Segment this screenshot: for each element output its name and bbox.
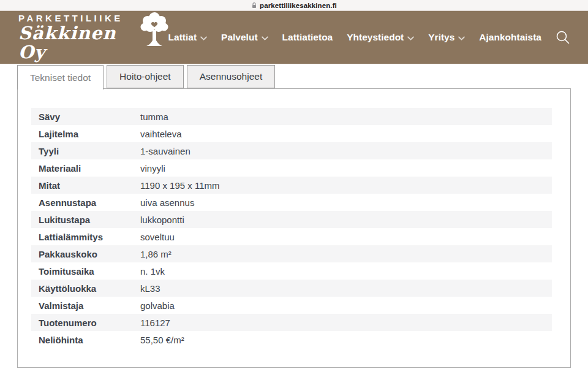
search-button[interactable] xyxy=(555,29,571,46)
chevron-down-icon xyxy=(407,36,414,40)
nav-item-lattiatietoa[interactable]: Lattiatietoa xyxy=(282,32,333,43)
nav-item-lattiat[interactable]: Lattiat xyxy=(168,32,208,43)
logo-company-type: PARKETTILIIKE xyxy=(18,13,138,24)
table-row: Mitat1190 x 195 x 11mm xyxy=(31,177,552,194)
spec-label: Tyyli xyxy=(31,146,140,156)
nav-item-palvelut[interactable]: Palvelut xyxy=(221,32,268,43)
spec-value: 1190 x 195 x 11mm xyxy=(140,180,220,191)
spec-label: Lattialämmitys xyxy=(31,232,140,242)
spec-label: Mitat xyxy=(31,180,140,191)
spec-value: lukkopontti xyxy=(140,215,184,225)
table-row: Toimitusaikan. 1vk xyxy=(31,262,552,280)
tabs: Tekniset tiedotHoito-ohjeetAsennusohjeet xyxy=(17,65,588,88)
table-row: Tyyli1-sauvainen xyxy=(31,142,552,159)
chevron-down-icon xyxy=(200,36,207,40)
table-row: Asennustapauiva asennus xyxy=(31,194,552,211)
tab-tekniset-tiedot[interactable]: Tekniset tiedot xyxy=(17,65,104,90)
nav-item-yhteystiedot[interactable]: Yhteystiedot xyxy=(347,32,414,43)
spec-value: soveltuu xyxy=(140,232,175,242)
content-panel: SävytummaLajitelmavaihtelevaTyyli1-sauva… xyxy=(17,88,571,368)
spec-value: uiva asennus xyxy=(140,197,194,208)
spec-label: Asennustapa xyxy=(31,197,140,208)
spec-value: golvabia xyxy=(140,300,175,311)
site-header: PARKETTILIIKE Säkkinen Oy Lattiat xyxy=(0,11,588,64)
table-row: Pakkauskoko1,86 m² xyxy=(31,245,552,262)
spec-label: Lukitustapa xyxy=(31,215,140,225)
nav-item-ajankohtaista[interactable]: Ajankohtaista xyxy=(479,32,541,43)
table-row: Lukitustapalukkopontti xyxy=(31,211,552,228)
nav-item-label: Lattiatietoa xyxy=(282,32,333,43)
spec-value: 55,50 €/m² xyxy=(140,335,184,345)
spec-label: Lajitelma xyxy=(31,129,140,139)
site-logo[interactable]: PARKETTILIIKE Säkkinen Oy xyxy=(18,13,168,61)
table-row: Tuotenumero116127 xyxy=(31,314,552,331)
table-row: Neliöhinta55,50 €/m² xyxy=(31,331,552,348)
browser-title-bar: parkettiliikesakkinen.fi xyxy=(0,0,588,11)
spec-label: Materiaali xyxy=(31,163,140,174)
spec-value: vinyyli xyxy=(140,163,165,174)
search-icon xyxy=(555,29,571,46)
spec-label: Tuotenumero xyxy=(31,318,140,328)
chevron-down-icon xyxy=(262,36,268,40)
spec-label: Valmistaja xyxy=(31,300,140,311)
logo-company-name: Säkkinen Oy xyxy=(18,24,138,61)
tab-label: Tekniset tiedot xyxy=(30,72,91,83)
table-row: Sävytumma xyxy=(31,108,552,125)
lock-icon xyxy=(251,2,257,9)
chevron-down-icon xyxy=(262,36,268,40)
spec-value: 1,86 m² xyxy=(140,249,172,259)
tab-label: Hoito-ohjeet xyxy=(119,71,171,82)
address-url[interactable]: parkettiliikesakkinen.fi xyxy=(260,2,337,9)
spec-label: Käyttöluokka xyxy=(31,283,140,294)
spec-label: Sävy xyxy=(31,112,140,122)
spec-value: kL33 xyxy=(140,283,160,294)
spec-label: Pakkauskoko xyxy=(31,249,140,259)
spec-value: 116127 xyxy=(140,318,170,328)
table-row: Lattialämmityssoveltuu xyxy=(31,228,552,245)
spec-value: tumma xyxy=(140,112,168,122)
table-row: Lajitelmavaihteleva xyxy=(31,125,552,142)
chevron-down-icon xyxy=(458,36,465,40)
tab-label: Asennusohjeet xyxy=(200,71,263,82)
table-row: Valmistajagolvabia xyxy=(31,297,552,314)
spec-label: Toimitusaika xyxy=(31,266,140,277)
nav-item-label: Lattiat xyxy=(168,32,197,43)
spec-value: vaihteleva xyxy=(140,129,182,139)
main-nav: LattiatPalvelutLattiatietoaYhteystiedotY… xyxy=(168,32,541,43)
chevron-down-icon xyxy=(200,36,207,40)
nav-item-label: Ajankohtaista xyxy=(479,32,541,43)
spec-value: n. 1vk xyxy=(140,266,165,277)
table-row: KäyttöluokkakL33 xyxy=(31,280,552,297)
spec-value: 1-sauvainen xyxy=(140,146,190,156)
chevron-down-icon xyxy=(407,36,414,40)
nav-item-yritys[interactable]: Yritys xyxy=(428,32,465,43)
chevron-down-icon xyxy=(458,36,465,40)
nav-item-label: Yhteystiedot xyxy=(347,32,404,43)
tab-asennusohjeet[interactable]: Asennusohjeet xyxy=(187,65,276,88)
spec-table: SävytummaLajitelmavaihtelevaTyyli1-sauva… xyxy=(18,89,570,348)
spec-label: Neliöhinta xyxy=(31,335,140,345)
nav-item-label: Palvelut xyxy=(221,32,257,43)
tab-hoito-ohjeet[interactable]: Hoito-ohjeet xyxy=(107,65,184,88)
nav-item-label: Yritys xyxy=(428,32,454,43)
table-row: Materiaalivinyyli xyxy=(31,159,552,177)
tree-icon xyxy=(140,11,168,49)
